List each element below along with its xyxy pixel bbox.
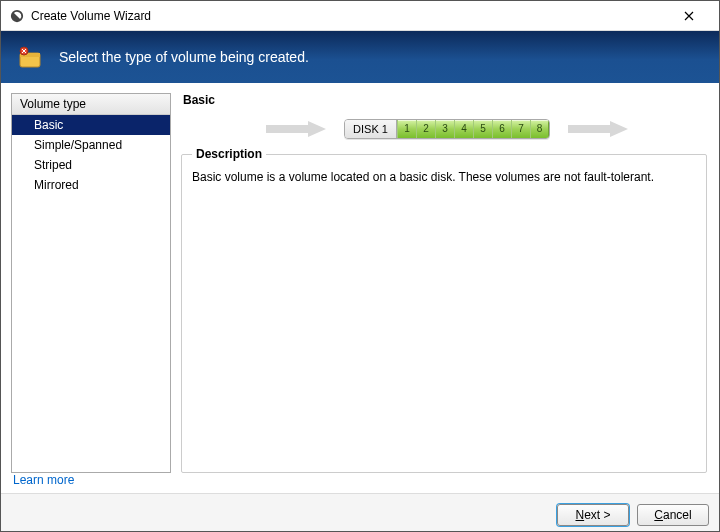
disk-segment: 8: [530, 120, 549, 138]
arrow-right-icon: [568, 120, 628, 138]
next-button[interactable]: Next >: [557, 504, 629, 526]
disk-chip: DISK 1 12345678: [344, 119, 550, 139]
disk-segment: 4: [454, 120, 473, 138]
disk-segment: 1: [397, 120, 416, 138]
footer: Next > Cancel: [1, 493, 719, 532]
disk-segment: 5: [473, 120, 492, 138]
disk-segment: 6: [492, 120, 511, 138]
volume-type-title: Basic: [181, 93, 713, 107]
wizard-icon: [17, 43, 45, 71]
description-legend: Description: [192, 147, 266, 161]
disk-segment: 3: [435, 120, 454, 138]
sidebar-header: Volume type: [12, 94, 170, 115]
content: Volume type BasicSimple/SpannedStripedMi…: [1, 83, 719, 473]
titlebar: Create Volume Wizard: [1, 1, 719, 31]
sidebar: Volume type BasicSimple/SpannedStripedMi…: [11, 93, 171, 473]
banner: Select the type of volume being created.: [1, 31, 719, 83]
sidebar-item-basic[interactable]: Basic: [12, 115, 170, 135]
arrow-left-icon: [266, 120, 326, 138]
disk-segment: 7: [511, 120, 530, 138]
window-title: Create Volume Wizard: [31, 9, 151, 23]
description-box: Description Basic volume is a volume loc…: [181, 147, 707, 473]
app-icon: [9, 8, 25, 24]
sidebar-item-striped[interactable]: Striped: [12, 155, 170, 175]
description-text: Basic volume is a volume located on a ba…: [192, 169, 696, 186]
sidebar-list: BasicSimple/SpannedStripedMirrored: [12, 115, 170, 472]
close-button[interactable]: [667, 2, 711, 30]
disk-label: DISK 1: [345, 120, 397, 138]
banner-text: Select the type of volume being created.: [59, 49, 309, 65]
disk-illustration: DISK 1 12345678: [181, 119, 713, 139]
main-panel: Basic DISK 1 12345678 Description Basic …: [181, 93, 713, 473]
cancel-button[interactable]: Cancel: [637, 504, 709, 526]
disk-segment: 2: [416, 120, 435, 138]
sidebar-item-simple-spanned[interactable]: Simple/Spanned: [12, 135, 170, 155]
sidebar-item-mirrored[interactable]: Mirrored: [12, 175, 170, 195]
learn-more-link[interactable]: Learn more: [13, 473, 74, 487]
